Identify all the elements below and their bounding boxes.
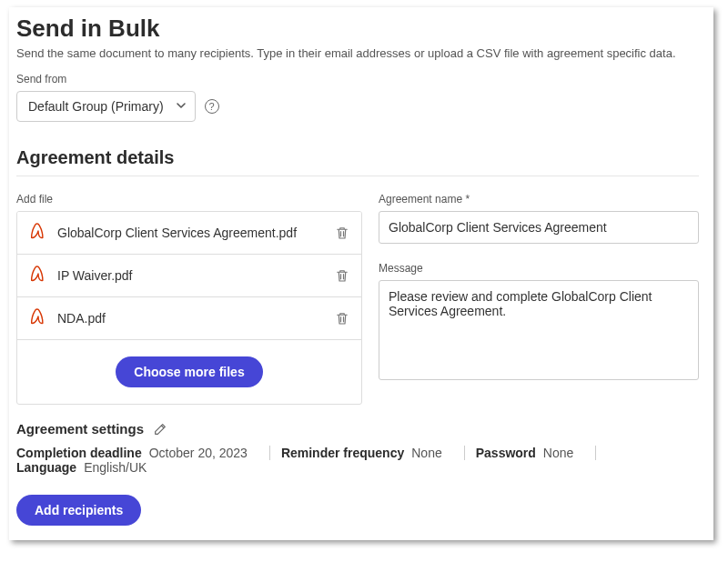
setting-label: Password [476, 446, 536, 460]
file-name: IP Waiver.pdf [57, 268, 325, 283]
file-name: NDA.pdf [57, 311, 325, 326]
pdf-icon [28, 264, 48, 287]
add-file-label: Add file [16, 193, 362, 206]
trash-icon [334, 310, 350, 326]
trash-icon [334, 267, 350, 284]
agreement-name-input[interactable] [379, 211, 699, 244]
agreement-settings-row: Completion deadline October 20, 2023 Rem… [16, 446, 699, 475]
agreement-name-label: Agreement name * [379, 193, 699, 206]
setting-reminder-frequency: Reminder frequency None [281, 446, 453, 460]
setting-password: Password None [476, 446, 585, 460]
setting-label: Language [16, 460, 76, 475]
setting-label: Reminder frequency [281, 446, 404, 460]
setting-value: None [411, 446, 441, 460]
file-row: IP Waiver.pdf [17, 255, 361, 297]
setting-label: Completion deadline [16, 446, 142, 460]
pencil-icon [153, 422, 167, 437]
file-list: GlobalCorp Client Services Agreement.pdf… [16, 211, 362, 405]
setting-value: October 20, 2023 [149, 446, 248, 460]
choose-more-wrap: Choose more files [17, 340, 361, 404]
delete-file-button[interactable] [334, 267, 350, 284]
divider [464, 446, 465, 460]
section-divider [16, 176, 699, 176]
agreement-name-label-text: Agreement name [379, 193, 462, 206]
message-textarea[interactable] [379, 280, 699, 380]
delete-file-button[interactable] [334, 225, 350, 241]
setting-value: English/UK [84, 460, 147, 475]
help-icon[interactable]: ? [205, 99, 219, 114]
add-recipients-button[interactable]: Add recipients [16, 495, 141, 526]
file-name: GlobalCorp Client Services Agreement.pdf [57, 226, 325, 240]
page-subtitle: Send the same document to many recipient… [16, 46, 699, 60]
pdf-icon [28, 306, 48, 330]
required-asterisk: * [465, 193, 470, 206]
send-from-row: Default Group (Primary) ? [16, 91, 699, 122]
agreement-settings-header: Agreement settings [16, 421, 699, 437]
setting-language: Language English/UK [16, 460, 157, 475]
divider [269, 446, 270, 460]
setting-value: None [543, 446, 573, 460]
pdf-icon [28, 221, 48, 245]
send-from-select[interactable]: Default Group (Primary) [16, 91, 196, 122]
send-from-selected-value: Default Group (Primary) [28, 99, 164, 114]
agreement-details-heading: Agreement details [16, 147, 699, 168]
trash-icon [334, 225, 350, 241]
setting-completion-deadline: Completion deadline October 20, 2023 [16, 446, 258, 460]
divider [595, 446, 596, 460]
page-panel: Send in Bulk Send the same document to m… [9, 7, 713, 540]
agreement-settings-heading: Agreement settings [16, 421, 144, 437]
agreement-name-column: Agreement name * Message [379, 193, 699, 405]
details-grid: Add file GlobalCorp Client Services Agre… [16, 193, 699, 405]
add-file-column: Add file GlobalCorp Client Services Agre… [16, 193, 362, 405]
delete-file-button[interactable] [334, 310, 350, 326]
file-row: GlobalCorp Client Services Agreement.pdf [17, 212, 361, 255]
page-title: Send in Bulk [16, 15, 699, 43]
edit-settings-button[interactable] [153, 422, 167, 437]
send-from-label: Send from [16, 73, 699, 85]
choose-more-files-button[interactable]: Choose more files [116, 356, 262, 387]
file-row: NDA.pdf [17, 297, 361, 340]
message-label: Message [379, 262, 699, 275]
